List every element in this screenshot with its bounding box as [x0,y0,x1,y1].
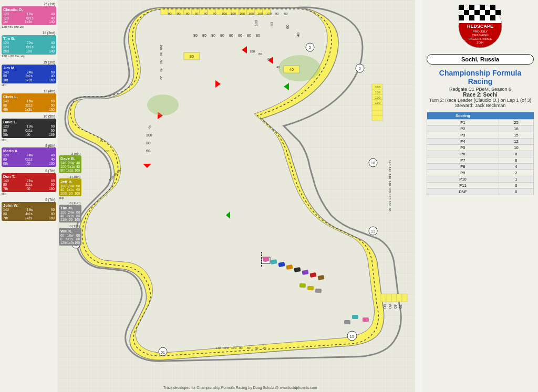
svg-text:100: 100 [375,96,381,99]
svg-text:60: 60 [267,58,271,61]
svg-text:11: 11 [371,229,375,233]
svg-text:80: 80 [270,22,274,26]
svg-rect-151 [490,15,495,20]
scoring-row: P84 [427,164,534,170]
logo-area: REDSCAPE PROUDLY CRASHING RACERS SINCE 2… [427,4,534,49]
svg-text:80: 80 [229,34,233,37]
svg-rect-148 [459,15,464,20]
svg-rect-67 [344,320,350,324]
driver-card-8: 6 (7th) John W. 140 18w 60 80 4x1s 60 7t… [2,198,56,221]
svg-text:20: 20 [399,304,402,309]
position-label-2: 18 (2nd) [2,31,56,35]
svg-text:80: 80 [202,34,206,37]
svg-rect-83 [381,294,386,302]
location-label: Sochi, Russia [427,54,534,65]
svg-rect-142 [480,5,485,10]
svg-text:80: 80 [146,141,150,145]
scoring-table: Scoring P125P218P315P412P510P68P76P84P92… [427,112,534,195]
svg-rect-144 [464,10,469,15]
svg-text:80: 80 [190,55,194,58]
scoring-row: P76 [427,157,534,164]
subtitle-1: Redgate C1 PBeM, Season 6 [427,87,534,92]
svg-text:100: 100 [257,12,263,15]
svg-rect-146 [485,10,490,15]
scoring-row: DNF0 [427,189,534,195]
driver-card-dave-b: 2 (9th) Dave B. 140 20w 40 100 9x1s 40 9… [59,152,81,173]
svg-rect-73 [372,110,382,115]
svg-text:140: 140 [215,346,221,349]
track-svg: 100 80 60 40 100 80 60 80 80 80 80 80 80… [58,0,415,392]
driver-card-jeff-h: 1 (10th) Jeff H. 100 24w 60 40 2x1s 60 1… [59,175,81,199]
svg-rect-62 [299,283,306,288]
svg-text:140: 140 [388,174,391,179]
svg-text:80: 80 [383,304,387,309]
svg-text:CRASHING: CRASHING [472,34,489,37]
scoring-row: P101 [427,176,534,183]
svg-text:100: 100 [249,12,254,15]
svg-text:100: 100 [240,12,245,15]
svg-text:6: 6 [359,67,361,70]
svg-text:100: 100 [104,150,110,153]
svg-text:100: 100 [266,12,272,15]
title-block: Championship Formula Racing Redgate C1 P… [427,69,534,108]
scoring-row: P125 [427,120,534,126]
svg-text:60: 60 [284,12,288,15]
svg-rect-140 [459,5,464,10]
svg-rect-143 [490,5,495,10]
scoring-row: P315 [427,132,534,139]
svg-rect-86 [397,294,402,302]
svg-rect-64 [315,288,322,293]
svg-rect-84 [386,294,391,302]
svg-text:2004: 2004 [477,41,484,44]
driver-name-1: Claudio O. [3,7,55,12]
svg-text:80: 80 [195,12,199,15]
svg-rect-85 [391,294,397,302]
svg-text:120: 120 [388,194,391,200]
svg-rect-72 [372,105,382,110]
scoring-row: P68 [427,151,534,157]
svg-text:80: 80 [168,12,172,15]
position-label-1: 25 (1st) [2,2,56,6]
svg-text:100: 100 [250,50,255,53]
svg-text:15: 15 [350,334,355,339]
driver-card-3: 15 (3rd) Jim M. 140 24w 60 80 2x1s 40 3r… [2,60,56,87]
svg-rect-150 [480,15,485,20]
svg-text:80: 80 [160,52,163,56]
logo-container: REDSCAPE PROUDLY CRASHING RACERS SINCE 2… [458,4,503,49]
svg-text:80: 80 [220,34,224,37]
card-inner-1: Claudio O. 120 17w 40 120 0x1s 40 1st 1x… [2,6,56,25]
svg-text:100: 100 [375,91,381,94]
svg-text:60: 60 [160,60,163,64]
svg-text:60: 60 [146,149,150,153]
svg-text:140: 140 [388,160,391,166]
subtitle-2: Race 2: Sochi [427,92,534,98]
svg-rect-87 [402,294,407,302]
scoring-row: P110 [427,183,534,189]
svg-text:100: 100 [146,133,152,137]
driver-card-6: 8 (6th) Mario A. 120 24w 40 80 0x1s 40 6… [2,144,56,167]
svg-rect-66 [363,317,369,322]
svg-text:80: 80 [186,12,190,15]
svg-rect-65 [352,315,358,319]
svg-text:80: 80 [388,208,391,211]
svg-text:10: 10 [371,161,375,165]
svg-text:40: 40 [255,346,258,349]
subtitle-3: Turn 2: Race Leader (Claudio O.) on Lap … [427,98,534,103]
svg-text:80: 80 [258,52,262,56]
second-column-drivers: 2 (9th) Dave B. 140 20w 40 100 9x1s 40 9… [59,152,81,248]
svg-text:80: 80 [204,12,208,15]
svg-text:40: 40 [276,66,280,69]
driver-card-7: 6 (7th) Don T. 140 21w 60 80 2x1s 60 7th… [2,169,56,196]
main-title: Championship Formula Racing [427,69,534,86]
svg-text:60: 60 [286,25,289,29]
driver-card-5: 10 (5th) Dave L. 120 19w 60 80 0x1s 60 5… [2,114,56,141]
svg-text:80: 80 [213,12,216,15]
svg-text:100: 100 [231,12,236,15]
driver-card-2: 18 (2nd) Tim B. 120 22w 40 120 0x1s 40 2… [2,31,56,58]
svg-text:80: 80 [247,34,251,37]
right-info-panel: REDSCAPE PROUDLY CRASHING RACERS SINCE 2… [422,0,538,392]
svg-text:RACERS SINCE: RACERS SINCE [468,37,492,40]
svg-text:80: 80 [275,12,279,15]
svg-text:60: 60 [388,304,392,309]
svg-text:01: 01 [161,351,165,354]
